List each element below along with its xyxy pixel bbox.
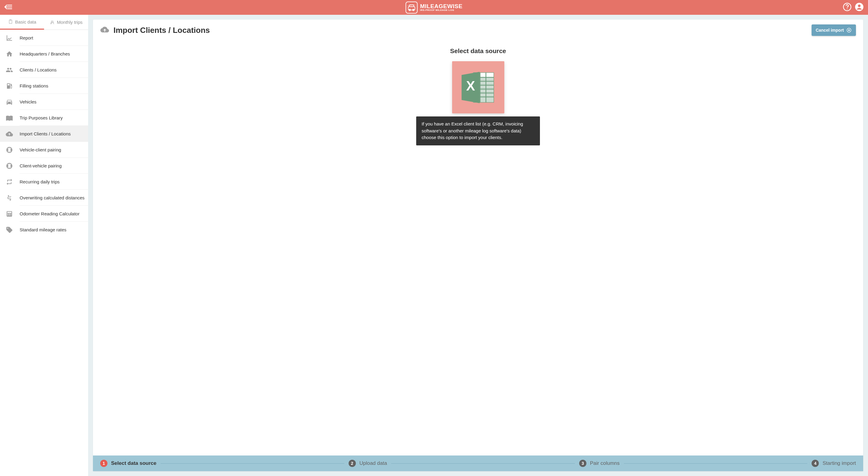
step-2[interactable]: 2Upload data [349, 460, 387, 467]
stop-icon [846, 27, 852, 33]
step-label: Upload data [360, 460, 387, 466]
source-tooltip: If you have an Excel client list (e.g. C… [416, 117, 540, 146]
step-divider [161, 463, 344, 464]
svg-text:X: X [466, 78, 475, 93]
step-1[interactable]: 1Select data source [100, 460, 156, 467]
sidebar-item-label: Trip Purposes Library [20, 110, 88, 126]
sidebar-item-label: Odometer Reading Calculator [20, 206, 88, 222]
sidebar-item-label: Standard mileage rates [20, 222, 88, 238]
sidebar-item-label: Recurring daily trips [20, 174, 88, 190]
sidebar-item-vehicles[interactable]: Vehicles [0, 94, 88, 110]
clipboard-icon [8, 19, 13, 25]
page-title: Import Clients / Locations [114, 26, 210, 35]
excel-icon: X [459, 68, 498, 107]
sidebar-tabs: Basic data Monthly trips [0, 15, 88, 30]
svg-rect-21 [480, 77, 494, 102]
sidebar-item-label: Report [20, 30, 88, 46]
step-number: 1 [100, 460, 107, 467]
fuel-icon [6, 82, 20, 90]
sidebar-item-rates[interactable]: Standard mileage rates [0, 222, 88, 238]
tab-basic-data-label: Basic data [15, 19, 36, 25]
chart-line-icon [6, 34, 20, 42]
repeat-icon [6, 178, 20, 186]
sidebar-item-report[interactable]: Report [0, 30, 88, 46]
step-divider [624, 463, 807, 464]
select-source-heading: Select data source [450, 47, 506, 55]
route-icon [6, 194, 20, 201]
sidebar-item-cv-pairing[interactable]: Client-vehicle pairing [0, 158, 88, 174]
step-4[interactable]: 4Starting import [812, 460, 856, 467]
app-header: MILEAGEWISE IRS-PROOF MILEAGE LOG [0, 0, 868, 15]
brand-main: MILEAGEWISE [420, 3, 463, 9]
sidebar-item-vc-pairing[interactable]: Vehicle-client pairing [0, 142, 88, 158]
step-number: 4 [812, 460, 819, 467]
tags-icon [6, 226, 20, 233]
step-number: 2 [349, 460, 356, 467]
step-number: 3 [579, 460, 586, 467]
cancel-import-label: Cancel import [816, 28, 844, 33]
sidebar-item-label: Vehicles [20, 94, 88, 110]
account-icon[interactable] [855, 2, 864, 13]
back-arrow-icon[interactable] [4, 4, 13, 11]
main-area: Import Clients / Locations Cancel import… [88, 15, 868, 476]
road-icon [50, 20, 55, 25]
cloud-upload-icon [6, 130, 20, 137]
sidebar-item-label: Clients / Locations [20, 62, 88, 78]
sidebar-item-filling[interactable]: Filling stations [0, 78, 88, 94]
tab-monthly-trips-label: Monthly trips [57, 20, 83, 25]
svg-point-7 [847, 8, 848, 9]
car-icon [6, 98, 20, 105]
sidebar-item-label: Import Clients / Locations [20, 126, 88, 142]
tab-monthly-trips[interactable]: Monthly trips [44, 15, 88, 30]
brand-sub: IRS-PROOF MILEAGE LOG [420, 9, 463, 11]
sidebar-item-recurring[interactable]: Recurring daily trips [0, 174, 88, 190]
step-label: Select data source [111, 460, 156, 466]
step-label: Starting import [823, 460, 856, 466]
people-icon [6, 66, 20, 73]
sidebar-item-import[interactable]: Import Clients / Locations [0, 126, 88, 142]
svg-rect-11 [848, 30, 850, 31]
sidebar-item-label: Filling stations [20, 78, 88, 94]
sidebar-item-purposes[interactable]: Trip Purposes Library [0, 110, 88, 126]
import-stepper: 1Select data source2Upload data3Pair col… [93, 455, 863, 471]
logo-icon [406, 1, 418, 13]
step-divider [391, 463, 575, 464]
svg-point-9 [858, 4, 861, 7]
sidebar-item-clients[interactable]: Clients / Locations [0, 62, 88, 78]
cancel-import-button[interactable]: Cancel import [812, 25, 856, 36]
sidebar-item-overwriting[interactable]: Overwriting calculated distances [0, 190, 88, 206]
sidebar-item-odometer[interactable]: Odometer Reading Calculator [0, 206, 88, 222]
excel-source-card[interactable]: X [452, 61, 504, 114]
sidebar-item-label: Headquarters / Branches [20, 46, 88, 62]
content-panel: Import Clients / Locations Cancel import… [93, 20, 863, 471]
sidebar-item-label: Client-vehicle pairing [20, 158, 88, 174]
book-icon [6, 114, 20, 122]
sidebar-item-label: Overwriting calculated distances [20, 190, 88, 206]
building-icon [6, 51, 20, 58]
sidebar: Basic data Monthly trips ReportHeadquart… [0, 15, 88, 476]
brand-logo[interactable]: MILEAGEWISE IRS-PROOF MILEAGE LOG [406, 1, 463, 13]
step-label: Pair columns [590, 460, 620, 466]
tab-basic-data[interactable]: Basic data [0, 15, 44, 30]
cloud-upload-icon [100, 26, 109, 34]
pairing-icon [6, 146, 20, 154]
calculator-icon [6, 210, 20, 218]
pairing-icon [6, 162, 20, 169]
step-3[interactable]: 3Pair columns [579, 460, 620, 467]
sidebar-nav: ReportHeadquarters / BranchesClients / L… [0, 30, 88, 238]
help-icon[interactable] [843, 2, 852, 13]
sidebar-item-label: Vehicle-client pairing [20, 142, 88, 158]
sidebar-item-hq[interactable]: Headquarters / Branches [0, 46, 88, 62]
